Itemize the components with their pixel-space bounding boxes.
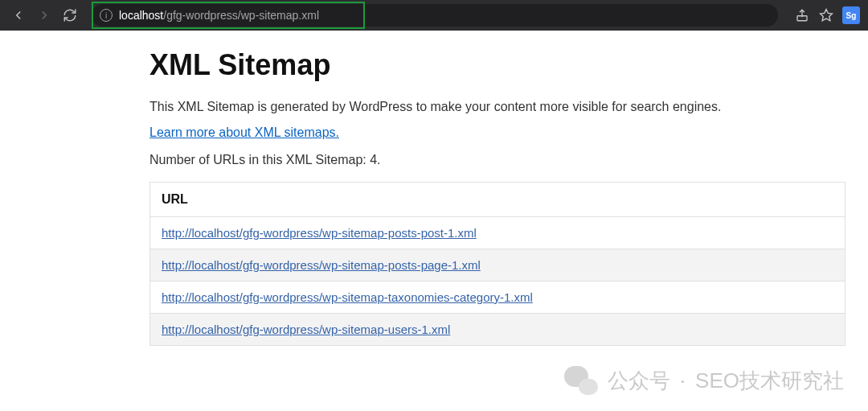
browser-toolbar: i localhost/gfg-wordpress/wp-sitemap.xml… [0,0,868,31]
address-bar[interactable]: i localhost/gfg-wordpress/wp-sitemap.xml [92,4,778,27]
wechat-icon [564,366,598,395]
url-text: localhost/gfg-wordpress/wp-sitemap.xml [119,9,319,22]
table-row: http://localhost/gfg-wordpress/wp-sitema… [150,217,845,249]
url-path: /gfg-wordpress/wp-sitemap.xml [163,9,319,22]
star-icon[interactable] [818,7,834,23]
svg-marker-1 [821,10,833,21]
count-suffix: . [377,153,380,166]
table-cell: http://localhost/gfg-wordpress/wp-sitema… [150,217,845,249]
table-row: http://localhost/gfg-wordpress/wp-sitema… [150,314,845,346]
table-cell: http://localhost/gfg-wordpress/wp-sitema… [150,282,845,314]
watermark-sep: · [680,368,686,393]
watermark-name: SEO技术研究社 [695,367,844,395]
sitemap-description: This XML Sitemap is generated by WordPre… [149,100,868,114]
back-button[interactable] [8,5,29,26]
count-prefix: Number of URLs in this XML Sitemap: [149,153,370,166]
reload-button[interactable] [59,5,80,26]
table-cell: http://localhost/gfg-wordpress/wp-sitema… [150,249,845,282]
watermark: 公众号 · SEO技术研究社 [564,366,844,395]
table-header-url: URL [150,183,845,217]
learn-more-link[interactable]: Learn more about XML sitemaps. [149,125,339,140]
count-value: 4 [370,153,377,166]
sitemap-url-link[interactable]: http://localhost/gfg-wordpress/wp-sitema… [162,290,533,304]
sitemap-url-link[interactable]: http://localhost/gfg-wordpress/wp-sitema… [162,226,477,240]
watermark-label: 公众号 [608,367,670,395]
forward-button[interactable] [34,5,55,26]
sitemap-url-link[interactable]: http://localhost/gfg-wordpress/wp-sitema… [162,323,450,336]
table-cell: http://localhost/gfg-wordpress/wp-sitema… [150,314,845,346]
page-content: XML Sitemap This XML Sitemap is generate… [0,31,868,346]
site-info-icon[interactable]: i [100,9,113,22]
url-count: Number of URLs in this XML Sitemap: 4. [149,153,868,167]
sitemap-table: URL http://localhost/gfg-wordpress/wp-si… [149,182,845,346]
url-domain: localhost [119,9,163,22]
page-title: XML Sitemap [149,48,868,82]
table-row: http://localhost/gfg-wordpress/wp-sitema… [150,282,845,314]
translate-extension-icon[interactable]: Sg [842,6,860,24]
table-row: http://localhost/gfg-wordpress/wp-sitema… [150,249,845,282]
sitemap-url-link[interactable]: http://localhost/gfg-wordpress/wp-sitema… [162,258,481,272]
toolbar-right-icons: Sg [794,6,860,24]
share-icon[interactable] [794,7,810,23]
